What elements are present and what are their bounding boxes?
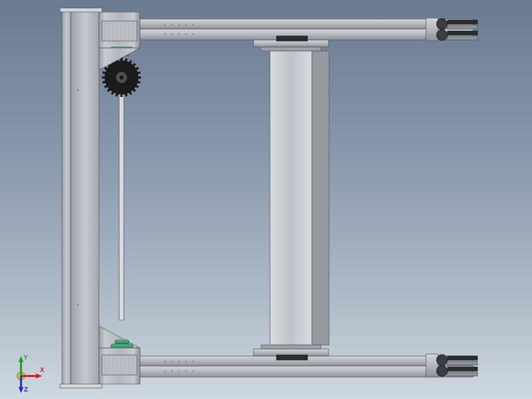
svg-rect-91 <box>102 355 137 375</box>
svg-point-27 <box>172 361 172 362</box>
svg-rect-20 <box>448 20 478 24</box>
svg-point-7 <box>172 24 172 25</box>
svg-point-79 <box>120 76 124 80</box>
svg-rect-80 <box>62 10 71 386</box>
svg-point-30 <box>172 370 172 372</box>
right-column <box>254 36 329 360</box>
svg-point-29 <box>164 370 166 372</box>
svg-text:X: X <box>40 366 44 374</box>
svg-rect-17 <box>426 18 438 41</box>
svg-point-26 <box>164 361 166 362</box>
svg-point-9 <box>164 34 166 34</box>
cad-model-rendering <box>0 0 532 399</box>
svg-point-83 <box>78 304 79 306</box>
vertical-shaft <box>119 85 124 320</box>
svg-rect-40 <box>448 361 478 365</box>
svg-marker-102 <box>18 387 24 393</box>
svg-rect-45 <box>270 51 312 345</box>
svg-rect-23 <box>448 36 478 40</box>
svg-point-14 <box>186 34 186 34</box>
svg-point-33 <box>192 361 194 362</box>
svg-rect-88 <box>115 340 129 344</box>
svg-rect-44 <box>261 47 321 51</box>
svg-rect-66 <box>120 93 122 97</box>
svg-rect-42 <box>448 372 478 376</box>
svg-text:Z: Z <box>24 386 28 393</box>
svg-point-12 <box>186 24 186 25</box>
svg-rect-92 <box>60 8 102 12</box>
svg-point-28 <box>178 361 180 362</box>
svg-rect-50 <box>276 355 308 360</box>
svg-point-32 <box>186 361 186 362</box>
svg-rect-25 <box>98 366 473 377</box>
svg-rect-46 <box>312 51 329 345</box>
svg-rect-49 <box>276 36 308 41</box>
svg-point-6 <box>164 24 166 25</box>
svg-rect-60 <box>137 76 141 78</box>
svg-marker-96 <box>36 374 42 378</box>
svg-rect-85 <box>102 21 137 41</box>
svg-point-31 <box>178 370 180 372</box>
svg-rect-81 <box>71 10 99 386</box>
svg-rect-51 <box>119 85 124 320</box>
svg-point-8 <box>178 24 180 25</box>
lower-head-block <box>99 326 140 384</box>
svg-point-37 <box>436 354 448 366</box>
cad-viewport[interactable]: X Y Z <box>0 0 532 399</box>
svg-point-38 <box>436 366 448 376</box>
svg-rect-22 <box>448 31 478 35</box>
svg-rect-39 <box>448 356 478 360</box>
orientation-triad[interactable]: X Y Z <box>7 353 47 393</box>
svg-text:Y: Y <box>24 354 28 361</box>
axis-x: X <box>21 366 44 378</box>
svg-point-13 <box>192 24 194 25</box>
svg-point-35 <box>192 370 194 372</box>
svg-point-15 <box>192 34 194 34</box>
svg-rect-72 <box>102 76 106 78</box>
svg-rect-41 <box>448 367 478 371</box>
svg-point-19 <box>436 30 448 40</box>
svg-point-10 <box>172 34 172 34</box>
svg-point-11 <box>178 34 180 34</box>
svg-rect-47 <box>261 345 321 349</box>
svg-rect-21 <box>448 25 478 29</box>
svg-marker-99 <box>18 356 24 362</box>
svg-point-82 <box>78 90 79 91</box>
svg-rect-93 <box>60 384 102 388</box>
svg-rect-4 <box>98 19 473 29</box>
svg-rect-36 <box>426 354 438 377</box>
svg-point-18 <box>436 18 448 30</box>
svg-point-34 <box>186 370 186 372</box>
